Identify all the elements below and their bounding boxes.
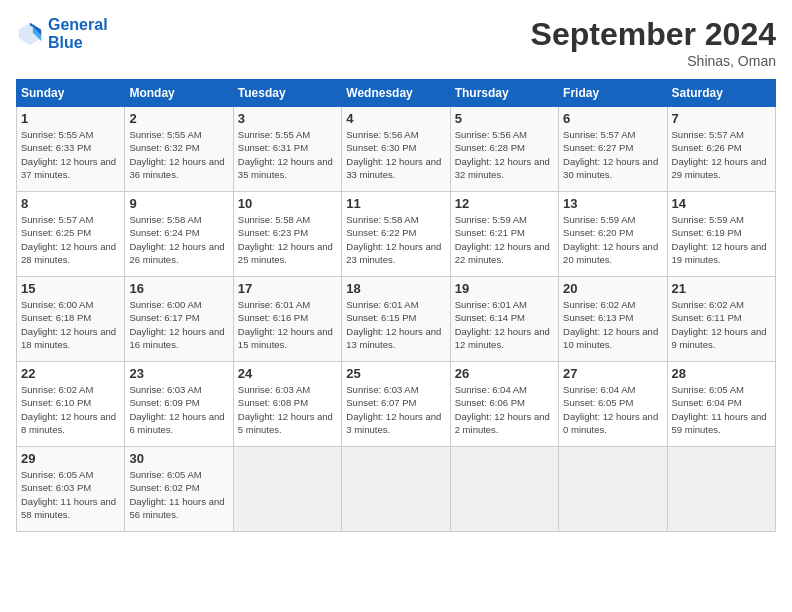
col-saturday: Saturday xyxy=(667,80,775,107)
day-info: Sunrise: 5:59 AM Sunset: 6:20 PM Dayligh… xyxy=(563,213,662,266)
table-row: 12 Sunrise: 5:59 AM Sunset: 6:21 PM Dayl… xyxy=(450,192,558,277)
table-row xyxy=(450,447,558,532)
day-info: Sunrise: 5:58 AM Sunset: 6:24 PM Dayligh… xyxy=(129,213,228,266)
day-number: 3 xyxy=(238,111,337,126)
day-info: Sunrise: 6:04 AM Sunset: 6:06 PM Dayligh… xyxy=(455,383,554,436)
day-number: 10 xyxy=(238,196,337,211)
calendar-week-row: 8 Sunrise: 5:57 AM Sunset: 6:25 PM Dayli… xyxy=(17,192,776,277)
day-number: 20 xyxy=(563,281,662,296)
table-row: 3 Sunrise: 5:55 AM Sunset: 6:31 PM Dayli… xyxy=(233,107,341,192)
table-row: 5 Sunrise: 5:56 AM Sunset: 6:28 PM Dayli… xyxy=(450,107,558,192)
table-row xyxy=(342,447,450,532)
page-header: General Blue September 2024 Shinas, Oman xyxy=(16,16,776,69)
logo-line2: Blue xyxy=(48,34,83,51)
calendar-week-row: 15 Sunrise: 6:00 AM Sunset: 6:18 PM Dayl… xyxy=(17,277,776,362)
table-row: 25 Sunrise: 6:03 AM Sunset: 6:07 PM Dayl… xyxy=(342,362,450,447)
table-row: 14 Sunrise: 5:59 AM Sunset: 6:19 PM Dayl… xyxy=(667,192,775,277)
day-number: 7 xyxy=(672,111,771,126)
table-row: 16 Sunrise: 6:00 AM Sunset: 6:17 PM Dayl… xyxy=(125,277,233,362)
day-number: 11 xyxy=(346,196,445,211)
table-row: 17 Sunrise: 6:01 AM Sunset: 6:16 PM Dayl… xyxy=(233,277,341,362)
day-info: Sunrise: 5:55 AM Sunset: 6:33 PM Dayligh… xyxy=(21,128,120,181)
day-number: 1 xyxy=(21,111,120,126)
day-info: Sunrise: 5:57 AM Sunset: 6:26 PM Dayligh… xyxy=(672,128,771,181)
table-row xyxy=(233,447,341,532)
day-info: Sunrise: 5:59 AM Sunset: 6:19 PM Dayligh… xyxy=(672,213,771,266)
day-info: Sunrise: 6:05 AM Sunset: 6:04 PM Dayligh… xyxy=(672,383,771,436)
day-number: 29 xyxy=(21,451,120,466)
logo-icon xyxy=(16,20,44,48)
col-thursday: Thursday xyxy=(450,80,558,107)
day-number: 2 xyxy=(129,111,228,126)
day-number: 5 xyxy=(455,111,554,126)
table-row: 2 Sunrise: 5:55 AM Sunset: 6:32 PM Dayli… xyxy=(125,107,233,192)
title-block: September 2024 Shinas, Oman xyxy=(531,16,776,69)
day-info: Sunrise: 6:02 AM Sunset: 6:13 PM Dayligh… xyxy=(563,298,662,351)
day-info: Sunrise: 6:00 AM Sunset: 6:17 PM Dayligh… xyxy=(129,298,228,351)
day-number: 18 xyxy=(346,281,445,296)
logo: General Blue xyxy=(16,16,108,51)
day-info: Sunrise: 6:02 AM Sunset: 6:11 PM Dayligh… xyxy=(672,298,771,351)
day-info: Sunrise: 5:55 AM Sunset: 6:31 PM Dayligh… xyxy=(238,128,337,181)
day-number: 22 xyxy=(21,366,120,381)
table-row: 8 Sunrise: 5:57 AM Sunset: 6:25 PM Dayli… xyxy=(17,192,125,277)
month-title: September 2024 xyxy=(531,16,776,53)
table-row: 1 Sunrise: 5:55 AM Sunset: 6:33 PM Dayli… xyxy=(17,107,125,192)
day-number: 24 xyxy=(238,366,337,381)
day-number: 12 xyxy=(455,196,554,211)
logo-text: General Blue xyxy=(48,16,108,51)
day-number: 25 xyxy=(346,366,445,381)
table-row: 19 Sunrise: 6:01 AM Sunset: 6:14 PM Dayl… xyxy=(450,277,558,362)
table-row: 22 Sunrise: 6:02 AM Sunset: 6:10 PM Dayl… xyxy=(17,362,125,447)
day-number: 30 xyxy=(129,451,228,466)
col-sunday: Sunday xyxy=(17,80,125,107)
table-row: 9 Sunrise: 5:58 AM Sunset: 6:24 PM Dayli… xyxy=(125,192,233,277)
table-row: 11 Sunrise: 5:58 AM Sunset: 6:22 PM Dayl… xyxy=(342,192,450,277)
table-row: 4 Sunrise: 5:56 AM Sunset: 6:30 PM Dayli… xyxy=(342,107,450,192)
table-row: 24 Sunrise: 6:03 AM Sunset: 6:08 PM Dayl… xyxy=(233,362,341,447)
day-info: Sunrise: 6:04 AM Sunset: 6:05 PM Dayligh… xyxy=(563,383,662,436)
page-container: General Blue September 2024 Shinas, Oman… xyxy=(0,0,792,548)
day-number: 13 xyxy=(563,196,662,211)
day-info: Sunrise: 6:00 AM Sunset: 6:18 PM Dayligh… xyxy=(21,298,120,351)
day-number: 15 xyxy=(21,281,120,296)
day-info: Sunrise: 6:05 AM Sunset: 6:02 PM Dayligh… xyxy=(129,468,228,521)
calendar-table: Sunday Monday Tuesday Wednesday Thursday… xyxy=(16,79,776,532)
day-info: Sunrise: 5:55 AM Sunset: 6:32 PM Dayligh… xyxy=(129,128,228,181)
table-row: 29 Sunrise: 6:05 AM Sunset: 6:03 PM Dayl… xyxy=(17,447,125,532)
day-number: 21 xyxy=(672,281,771,296)
day-number: 28 xyxy=(672,366,771,381)
table-row: 7 Sunrise: 5:57 AM Sunset: 6:26 PM Dayli… xyxy=(667,107,775,192)
day-info: Sunrise: 5:57 AM Sunset: 6:27 PM Dayligh… xyxy=(563,128,662,181)
day-number: 4 xyxy=(346,111,445,126)
table-row: 26 Sunrise: 6:04 AM Sunset: 6:06 PM Dayl… xyxy=(450,362,558,447)
calendar-body: 1 Sunrise: 5:55 AM Sunset: 6:33 PM Dayli… xyxy=(17,107,776,532)
calendar-week-row: 1 Sunrise: 5:55 AM Sunset: 6:33 PM Dayli… xyxy=(17,107,776,192)
table-row: 10 Sunrise: 5:58 AM Sunset: 6:23 PM Dayl… xyxy=(233,192,341,277)
day-number: 26 xyxy=(455,366,554,381)
calendar-week-row: 29 Sunrise: 6:05 AM Sunset: 6:03 PM Dayl… xyxy=(17,447,776,532)
day-number: 9 xyxy=(129,196,228,211)
table-row xyxy=(559,447,667,532)
table-row: 27 Sunrise: 6:04 AM Sunset: 6:05 PM Dayl… xyxy=(559,362,667,447)
col-friday: Friday xyxy=(559,80,667,107)
day-number: 17 xyxy=(238,281,337,296)
day-number: 27 xyxy=(563,366,662,381)
day-info: Sunrise: 6:02 AM Sunset: 6:10 PM Dayligh… xyxy=(21,383,120,436)
table-row: 23 Sunrise: 6:03 AM Sunset: 6:09 PM Dayl… xyxy=(125,362,233,447)
day-info: Sunrise: 5:56 AM Sunset: 6:30 PM Dayligh… xyxy=(346,128,445,181)
location: Shinas, Oman xyxy=(531,53,776,69)
table-row: 13 Sunrise: 5:59 AM Sunset: 6:20 PM Dayl… xyxy=(559,192,667,277)
day-info: Sunrise: 6:03 AM Sunset: 6:08 PM Dayligh… xyxy=(238,383,337,436)
calendar-header-row: Sunday Monday Tuesday Wednesday Thursday… xyxy=(17,80,776,107)
day-info: Sunrise: 5:57 AM Sunset: 6:25 PM Dayligh… xyxy=(21,213,120,266)
day-info: Sunrise: 6:01 AM Sunset: 6:16 PM Dayligh… xyxy=(238,298,337,351)
day-info: Sunrise: 6:01 AM Sunset: 6:15 PM Dayligh… xyxy=(346,298,445,351)
col-monday: Monday xyxy=(125,80,233,107)
calendar-week-row: 22 Sunrise: 6:02 AM Sunset: 6:10 PM Dayl… xyxy=(17,362,776,447)
table-row: 28 Sunrise: 6:05 AM Sunset: 6:04 PM Dayl… xyxy=(667,362,775,447)
day-info: Sunrise: 5:58 AM Sunset: 6:23 PM Dayligh… xyxy=(238,213,337,266)
day-info: Sunrise: 6:01 AM Sunset: 6:14 PM Dayligh… xyxy=(455,298,554,351)
table-row: 20 Sunrise: 6:02 AM Sunset: 6:13 PM Dayl… xyxy=(559,277,667,362)
day-info: Sunrise: 6:05 AM Sunset: 6:03 PM Dayligh… xyxy=(21,468,120,521)
